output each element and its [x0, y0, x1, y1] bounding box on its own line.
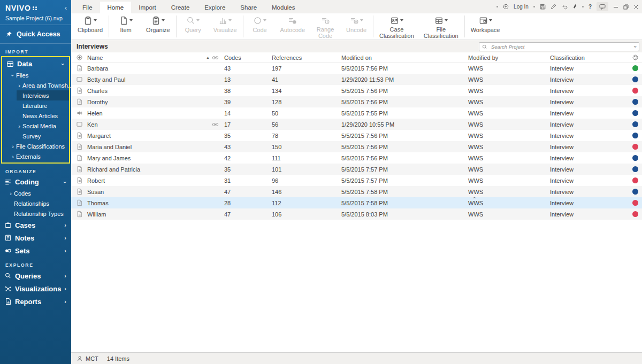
sidebar-item-survey[interactable]: Survey: [2, 131, 69, 141]
chevron-right-icon[interactable]: ›: [16, 123, 22, 129]
table-row[interactable]: Betty and Paul13411/29/2020 11:53 PMWWSI…: [71, 74, 642, 85]
chevron-right-icon[interactable]: ›: [7, 190, 14, 197]
chevron-right-icon[interactable]: ›: [64, 298, 66, 305]
chevron-right-icon[interactable]: ›: [64, 247, 66, 254]
chevron-right-icon[interactable]: ›: [10, 153, 16, 160]
sidebar-item-relationships[interactable]: Relationships: [0, 198, 71, 208]
visualize-icon: [218, 16, 227, 25]
item-button[interactable]: Item: [110, 13, 141, 40]
sidebar-item-coding[interactable]: Coding›: [0, 176, 71, 188]
column-header-name[interactable]: Name ▲: [87, 55, 224, 61]
sidebar-item-externals[interactable]: ›Externals: [2, 151, 69, 161]
table-row[interactable]: William471065/5/2015 8:03 PMWWSInterview: [71, 208, 642, 220]
circle-plus-icon[interactable]: [71, 54, 87, 61]
login-button[interactable]: Log In: [514, 4, 529, 10]
uncode-icon: [350, 16, 359, 25]
tab-modules[interactable]: Modules: [264, 2, 302, 13]
table-row[interactable]: Richard and Patricia351015/5/2015 7:57 P…: [71, 164, 642, 175]
search-input[interactable]: [490, 43, 632, 50]
visualize-button[interactable]: Visualize: [209, 13, 242, 40]
sidebar-item-cases[interactable]: Cases›: [0, 219, 71, 231]
sidebar-item-sets[interactable]: Sets›: [0, 244, 71, 257]
clipboard-button[interactable]: Clipboard: [73, 13, 108, 40]
case-classification-button[interactable]: Case Classification: [374, 13, 419, 40]
tab-share[interactable]: Share: [233, 2, 264, 13]
sidebar-item-news-articles[interactable]: News Articles: [2, 111, 69, 121]
code-button[interactable]: Code: [244, 13, 276, 40]
sidebar-item-files[interactable]: ›Files: [2, 70, 69, 80]
sidebar-item-area-and-townsh[interactable]: ›Area and Townsh...: [2, 80, 69, 90]
range-code-button[interactable]: Range Code: [310, 13, 341, 40]
column-header-codes[interactable]: Codes: [224, 55, 272, 61]
table-row[interactable]: Maria and Daniel431505/5/2015 7:56 PMWWS…: [71, 141, 642, 152]
autocode-button[interactable]: Autocode: [276, 13, 310, 40]
sidebar-item-literature[interactable]: Literature: [2, 100, 69, 111]
chevron-down-icon[interactable]: ›: [62, 181, 68, 183]
uncode-button[interactable]: Uncode: [341, 13, 372, 40]
chevron-right-icon[interactable]: ›: [64, 222, 66, 228]
ribbon-button-label: File Classification: [424, 27, 458, 39]
restore-button[interactable]: [623, 4, 629, 10]
table-row[interactable]: Barbara431975/5/2015 7:56 PMWWSInterview: [71, 63, 642, 74]
search-project-box[interactable]: ›: [479, 42, 639, 51]
table-row[interactable]: Susan471465/5/2015 7:58 PMWWSInterview: [71, 186, 642, 197]
autocode-icon: [288, 16, 297, 25]
sidebar-item-queries[interactable]: Queries›: [0, 269, 71, 282]
edit-icon[interactable]: [551, 4, 556, 10]
close-button[interactable]: [633, 4, 639, 10]
table-row[interactable]: Robert31965/5/2015 7:57 PMWWSInterview: [71, 175, 642, 186]
classification-color-icon[interactable]: [632, 54, 639, 61]
help-button[interactable]: ?: [588, 4, 592, 10]
table-row[interactable]: Helen14505/5/2015 7:55 PMWWSInterview: [71, 107, 642, 119]
sidebar-item-notes[interactable]: Notes›: [0, 231, 71, 244]
sidebar-item-reports[interactable]: Reports›: [0, 295, 71, 308]
chevron-down-icon[interactable]: ›: [632, 46, 638, 48]
file-classification-button[interactable]: File Classification: [419, 13, 463, 40]
tab-home[interactable]: Home: [100, 2, 132, 13]
sidebar-item-quick-access[interactable]: Quick Access: [0, 25, 71, 44]
query-button[interactable]: Query: [178, 13, 209, 40]
table-row[interactable]: Ken17561/29/2020 10:55 PMWWSInterview: [71, 119, 642, 130]
pen-icon[interactable]: [572, 4, 577, 10]
save-icon[interactable]: [540, 4, 546, 10]
references-count: 106: [272, 211, 341, 218]
column-header-modified-by[interactable]: Modified by: [468, 55, 550, 61]
column-header-classification[interactable]: Classification: [550, 55, 626, 61]
sidebar-item-data[interactable]: Data›: [2, 58, 69, 70]
sync-icon[interactable]: [503, 4, 509, 10]
sidebar-item-codes[interactable]: ›Codes: [0, 188, 71, 198]
chevron-right-icon[interactable]: ›: [64, 285, 66, 292]
undo-icon[interactable]: [561, 4, 568, 10]
chevron-down-icon[interactable]: ›: [60, 63, 66, 65]
tab-file[interactable]: File: [75, 2, 100, 13]
column-header-modified-on[interactable]: Modified on: [341, 55, 468, 61]
sidebar-item-visualizations[interactable]: Visualizations›: [0, 282, 71, 295]
chevron-down-icon[interactable]: ›: [10, 72, 16, 79]
classification-color-dot: [632, 99, 638, 105]
table-row[interactable]: Thomas281125/5/2015 7:58 PMWWSInterview: [71, 197, 642, 208]
page-title: Interviews: [77, 43, 108, 50]
collapse-ribbon-icon[interactable]: ›: [471, 197, 642, 199]
workspace-button[interactable]: Workspace: [466, 13, 505, 40]
ribbon-group-separator: [176, 16, 177, 37]
organize-button[interactable]: Organize: [141, 13, 175, 40]
chevron-right-icon[interactable]: ›: [10, 143, 16, 150]
collapse-sidebar-icon[interactable]: ‹: [65, 5, 67, 11]
feedback-icon[interactable]: [597, 2, 608, 11]
table-row[interactable]: Dorothy391285/5/2015 7:56 PMWWSInterview: [71, 96, 642, 107]
sidebar-item-social-media[interactable]: ›Social Media: [2, 121, 69, 131]
column-header-references[interactable]: References: [272, 55, 341, 61]
tab-import[interactable]: Import: [131, 2, 164, 13]
sidebar-item-interviews[interactable]: Interviews: [2, 90, 69, 100]
sidebar-item-file-classifications[interactable]: ›File Classifications: [2, 141, 69, 151]
table-row[interactable]: Mary and James421115/5/2015 7:56 PMWWSIn…: [71, 152, 642, 164]
chevron-right-icon[interactable]: ›: [64, 235, 66, 241]
chevron-right-icon[interactable]: ›: [16, 82, 22, 89]
table-row[interactable]: Charles381345/5/2015 7:56 PMWWSInterview: [71, 85, 642, 96]
table-row[interactable]: Margaret35785/5/2015 7:56 PMWWSInterview: [71, 130, 642, 141]
tab-explore[interactable]: Explore: [197, 2, 233, 13]
minimize-button[interactable]: [613, 4, 618, 10]
chevron-right-icon[interactable]: ›: [64, 273, 66, 279]
sidebar-item-relationship-types[interactable]: Relationship Types: [0, 208, 71, 219]
tab-create[interactable]: Create: [164, 2, 197, 13]
